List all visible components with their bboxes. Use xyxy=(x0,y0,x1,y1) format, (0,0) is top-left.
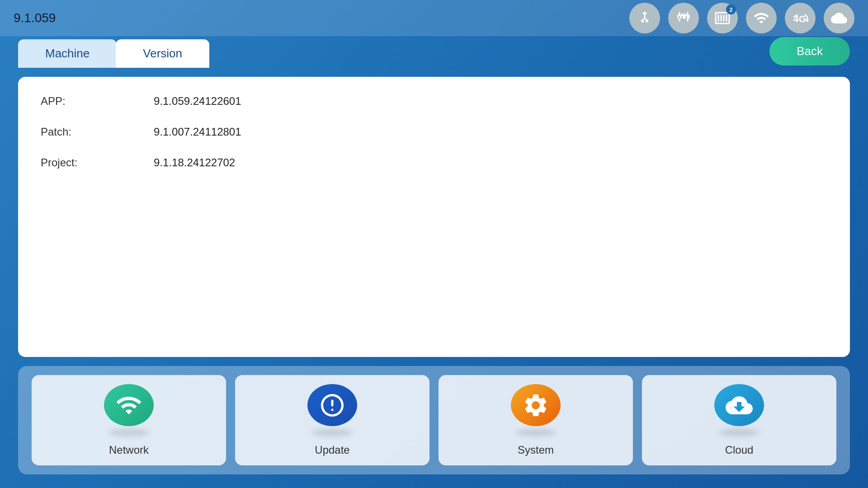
tab-machine[interactable]: Machine xyxy=(18,39,117,68)
svg-rect-1 xyxy=(331,399,334,406)
patch-label: Patch: xyxy=(41,126,154,138)
system-icon-circle xyxy=(511,384,561,426)
cloud-label: Cloud xyxy=(725,444,754,456)
wifi-status-icon[interactable] xyxy=(746,3,777,33)
app-version: 9.1.059 xyxy=(14,11,56,25)
project-value: 9.1.18.24122702 xyxy=(154,156,235,169)
network-icon-circle xyxy=(104,384,154,426)
cloud-app-card[interactable]: Cloud xyxy=(642,375,836,465)
update-label: Update xyxy=(315,444,349,456)
4g-icon[interactable]: 4G xyxy=(785,3,816,33)
system-icon xyxy=(522,392,549,419)
svg-rect-2 xyxy=(331,408,334,411)
tab-row: Machine Version Back xyxy=(18,36,850,68)
usb-icon[interactable] xyxy=(629,3,660,33)
app-row: APP: 9.1.059.24122601 xyxy=(41,95,827,108)
cloud-icon xyxy=(726,392,753,419)
system-icon-shadow xyxy=(515,429,556,436)
update-icon-circle xyxy=(307,384,357,426)
ethernet-icon[interactable] xyxy=(668,3,699,33)
tab-version[interactable]: Version xyxy=(116,39,209,68)
port-badge: 2 xyxy=(726,5,736,14)
wifi-icon xyxy=(115,392,142,419)
project-row: Project: 9.1.18.24122702 xyxy=(41,156,827,169)
cloud-icon-shadow xyxy=(719,429,760,436)
update-app-card[interactable]: Update xyxy=(235,375,429,465)
system-label: System xyxy=(518,444,554,456)
update-icon-shadow xyxy=(312,429,353,436)
top-icon-group: 2 4G xyxy=(629,3,854,33)
back-button[interactable]: Back xyxy=(769,37,850,66)
network-label: Network xyxy=(109,444,149,456)
main-content: Machine Version Back APP: 9.1.059.241226… xyxy=(0,36,868,488)
app-value: 9.1.059.24122601 xyxy=(154,95,241,108)
cloud-icon-circle xyxy=(714,384,764,426)
system-app-card[interactable]: System xyxy=(439,375,633,465)
network-app-card[interactable]: Network xyxy=(32,375,226,465)
project-label: Project: xyxy=(41,156,154,169)
patch-value: 9.1.007.24112801 xyxy=(154,126,241,138)
cloud-status-icon[interactable] xyxy=(824,3,854,33)
info-panel: APP: 9.1.059.24122601 Patch: 9.1.007.241… xyxy=(18,77,850,357)
top-bar: 9.1.059 2 4G xyxy=(0,0,868,36)
svg-text:4G: 4G xyxy=(793,14,806,24)
network-icon-shadow xyxy=(108,429,149,436)
tab-group: Machine Version xyxy=(18,39,209,68)
patch-row: Patch: 9.1.007.24112801 xyxy=(41,126,827,138)
app-label: APP: xyxy=(41,95,154,108)
network-port-icon[interactable]: 2 xyxy=(707,3,738,33)
update-icon xyxy=(319,392,346,419)
bottom-panel: Network Update System Cloud xyxy=(18,366,850,474)
